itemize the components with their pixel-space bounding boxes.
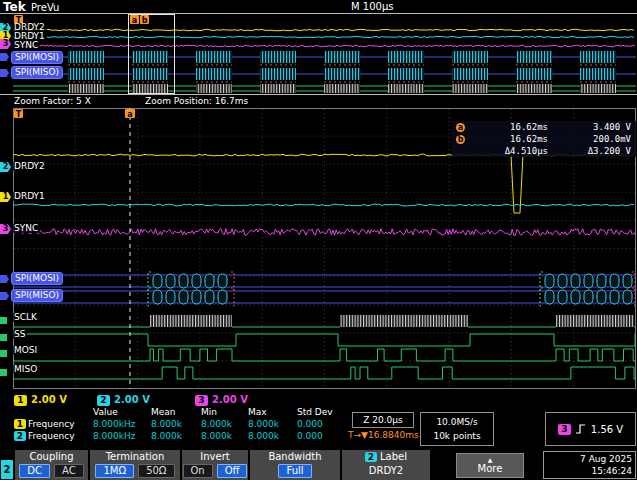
overview-window: Tab: [0, 13, 637, 95]
sample-rate: 10.0MS/s: [421, 415, 493, 429]
date-readout: 7 Aug 2025: [547, 453, 632, 465]
more-button-label: More: [478, 463, 503, 474]
invert-off-button[interactable]: Off: [217, 464, 248, 478]
ch3-badge: 3: [195, 395, 208, 406]
zoom-scale-readout: Z 20.0μs: [352, 412, 414, 428]
meas2-min: 8.000k: [201, 431, 248, 442]
svg-text:b: b: [142, 16, 148, 25]
header-min: Min: [201, 407, 248, 418]
measurement-row-2: 2 Frequency 8.000kHz 8.000k 8.000k 8.000…: [14, 431, 351, 442]
cursor-readout-box: a 16.62ms 3.400 V b 16.62ms 200.0mV Δ4.5…: [452, 121, 636, 157]
bus1-position-marker[interactable]: [0, 275, 9, 283]
header-stddev: Std Dev: [297, 407, 351, 418]
tek-logo: Tek: [3, 0, 26, 14]
meas1-min: 8.000k: [201, 419, 248, 430]
invert-on-button[interactable]: On: [183, 464, 213, 478]
header-max: Max: [248, 407, 297, 418]
cursor-b-time: 16.62ms: [472, 133, 548, 145]
svg-text:a: a: [132, 16, 137, 25]
datetime-box: 7 Aug 2025 15:46:24: [543, 451, 636, 479]
main-timebase-readout: M 100μs: [351, 1, 393, 12]
meas1-ch-badge: 1: [14, 419, 26, 429]
bandwidth-full-button[interactable]: Full: [278, 464, 311, 478]
acquisition-box: 10.0MS/s 10k points: [420, 412, 494, 446]
ch1-position-marker[interactable]: 1: [0, 192, 11, 202]
bus2-position-marker[interactable]: [0, 292, 9, 300]
menu-bar: Coupling DC AC Termination 1MΩ 50Ω Inver…: [0, 450, 637, 480]
active-channel-badge: 2: [1, 460, 13, 479]
invert-title: Invert: [200, 450, 229, 463]
acquisition-status: PreVu: [31, 2, 59, 13]
rising-edge-icon: [575, 423, 587, 435]
time-readout: 15:46:24: [547, 465, 632, 477]
cursor-delta-value: Δ3.200 V: [548, 145, 636, 157]
cursor-b-icon: b: [456, 135, 465, 144]
coupling-title: Coupling: [29, 450, 73, 463]
trigger-readout-box: 3 1.56 V: [545, 412, 636, 446]
main-label-drdy1: DRDY1: [12, 192, 47, 201]
more-button[interactable]: ▲ More: [456, 453, 524, 478]
meas1-max: 8.000k: [248, 419, 297, 430]
main-label-mosi: MOSI: [12, 346, 39, 355]
menu-termination: Termination 1MΩ 50Ω: [90, 450, 180, 480]
ch2-position-marker[interactable]: 2: [0, 162, 11, 172]
meas2-mean: 8.000k: [151, 431, 201, 442]
digital-sclk-marker[interactable]: [0, 317, 7, 324]
menu-label: 2 Label DRDY2: [342, 450, 430, 480]
main-label-spi-mosi: SPI(MOSI): [11, 272, 63, 285]
main-label-sclk: SCLK: [12, 313, 39, 322]
meas2-value: 8.000kHz: [93, 431, 151, 442]
bandwidth-title: Bandwidth: [268, 450, 321, 463]
ch3-position-marker[interactable]: 3: [0, 224, 11, 234]
main-label-drdy2: DRDY2: [12, 162, 47, 171]
termination-1m-button[interactable]: 1MΩ: [95, 464, 134, 478]
measurement-header-row: Value Mean Min Max Std Dev: [14, 407, 351, 418]
menu-bandwidth: Bandwidth Full: [250, 450, 340, 480]
termination-50-button[interactable]: 50Ω: [138, 464, 174, 478]
header-value: Value: [93, 407, 151, 418]
label-ch-badge: 2: [365, 452, 377, 462]
trigger-source-badge: 3: [558, 424, 571, 435]
cursor-b-row: b 16.62ms 200.0mV: [452, 133, 636, 145]
menu-invert: Invert On Off: [182, 450, 248, 480]
menu-coupling: Coupling DC AC: [15, 450, 88, 480]
record-length: 10k points: [421, 429, 493, 443]
top-bar: Tek PreVu M 100μs: [0, 0, 637, 13]
overview-label-spi-miso: SPI(MISO): [11, 66, 63, 79]
meas1-value: 8.000kHz: [93, 419, 151, 430]
main-label-ss: SS: [12, 330, 27, 339]
cursor-a-value: 3.400 V: [548, 121, 636, 133]
overview-waveforms[interactable]: Tab: [13, 14, 636, 94]
coupling-ac-button[interactable]: AC: [54, 464, 84, 478]
overview-label-spi-mosi: SPI(MOSI): [11, 51, 63, 64]
meas2-stddev: 0.000: [297, 431, 351, 442]
ch1-scale: 2.00 V: [31, 394, 67, 405]
overview-label-sync: SYNC: [12, 41, 40, 50]
main-label-spi-miso: SPI(MISO): [11, 289, 63, 302]
label-title-text: Label: [380, 450, 407, 463]
svg-text:a: a: [127, 110, 132, 119]
meas2-max: 8.000k: [248, 431, 297, 442]
digital-miso-marker[interactable]: [0, 369, 7, 376]
ch3-scale: 2.00 V: [212, 394, 248, 405]
main-label-miso: MISO: [12, 365, 39, 374]
zoom-position-readout: Zoom Position: 16.7ms: [145, 96, 248, 106]
digital-mosi-marker[interactable]: [0, 350, 7, 357]
termination-title: Termination: [106, 450, 165, 463]
label-title: 2 Label: [365, 450, 407, 463]
meas2-name: Frequency: [28, 431, 93, 442]
cursor-delta-row: Δ4.510μs Δ3.200 V: [452, 145, 636, 157]
label-value[interactable]: DRDY2: [369, 464, 403, 478]
main-label-sync: SYNC: [12, 224, 40, 233]
cursor-a-icon: a: [456, 123, 465, 132]
digital-ss-marker[interactable]: [0, 334, 7, 341]
measurement-row-1: 1 Frequency 8.000kHz 8.000k 8.000k 8.000…: [14, 419, 351, 430]
meas1-mean: 8.000k: [151, 419, 201, 430]
meas1-name: Frequency: [28, 419, 93, 430]
coupling-dc-button[interactable]: DC: [19, 464, 50, 478]
cursor-a-row: a 16.62ms 3.400 V: [452, 121, 636, 133]
trigger-level: 1.56 V: [591, 424, 623, 435]
ch2-scale: 2.00 V: [114, 394, 150, 405]
cursor-delta-time: Δ4.510μs: [472, 145, 548, 157]
cursor-b-value: 200.0mV: [548, 133, 636, 145]
